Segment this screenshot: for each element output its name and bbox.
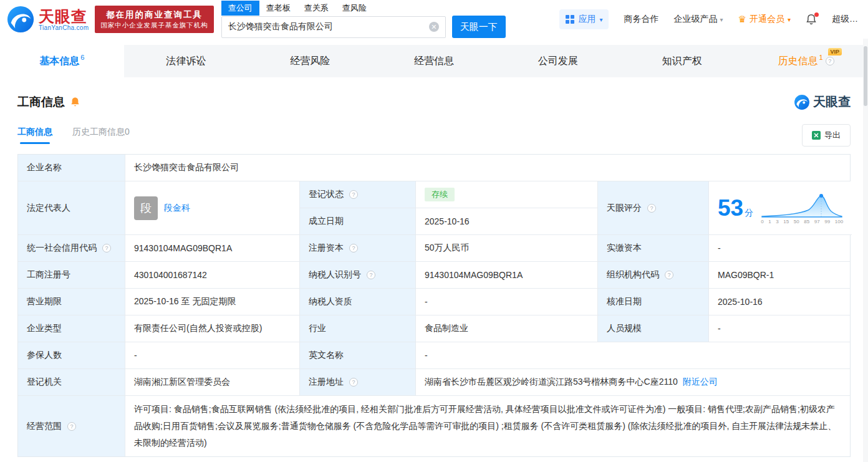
nav-vip-label: 开通会员 [750, 14, 784, 25]
help-icon[interactable]: ? [647, 204, 656, 213]
field-label-reg-capital: 注册资本 ? [300, 235, 416, 262]
business-info-table: 企业名称 长沙馋猫突击食品有限公司 法定代表人 段 段金科 登记状态 ? 存续 … [17, 154, 851, 457]
page-title: 工商信息 [17, 94, 65, 110]
search-box: ✕ [221, 16, 446, 38]
field-value-org-code: MAG09BQR-1 [709, 262, 850, 289]
help-icon[interactable]: ? [826, 57, 834, 65]
tianyancha-logo[interactable]: 天眼查 TianYanCha.com [6, 5, 89, 34]
nav-cooperation[interactable]: 商务合作 [624, 14, 658, 25]
help-icon[interactable]: ? [349, 190, 358, 199]
chevron-down-icon: ▾ [720, 16, 723, 23]
field-value-term: 2025-10-16 至 无固定期限 [125, 289, 300, 315]
field-value-reg-no: 430104001687142 [125, 262, 300, 289]
table-row: 登记机关 湖南湘江新区管理委员会 注册地址 ? 湖南省长沙市岳麓区观沙岭街道滨江… [18, 369, 850, 396]
nav-enterprise-label: 企业级产品 [673, 14, 717, 25]
notification-dot [814, 12, 819, 17]
tab-label: 基本信息 [39, 55, 79, 68]
field-value-establish-date: 2025-10-16 [416, 208, 598, 235]
help-icon[interactable]: ? [367, 271, 375, 279]
help-icon[interactable]: ? [102, 244, 111, 253]
tab-legal-proceedings[interactable]: 法律诉讼 [124, 45, 248, 77]
tab-history-info[interactable]: VIP 历史信息 1 ? [744, 45, 868, 77]
tab-company-development[interactable]: 公司发展 [496, 45, 620, 77]
tab-basic-info[interactable]: 基本信息 6 [0, 45, 124, 77]
subtab-business-info[interactable]: 工商信息 [17, 127, 52, 144]
corner-brand-logo: 天眼查 [794, 94, 851, 110]
field-label-paid-capital: 实缴资本 [598, 235, 709, 262]
tab-operation-risk[interactable]: 经营风险 [248, 45, 372, 77]
monitor-bell-icon[interactable] [70, 97, 80, 108]
field-label-insured: 参保人数 [18, 342, 125, 369]
status-badge: 存续 [425, 188, 455, 201]
vip-badge: VIP [828, 48, 842, 55]
score-number: 53 [718, 196, 743, 219]
score-axis-ticks: 0131550859799100 [761, 219, 843, 224]
search-tab-company[interactable]: 查公司 [221, 1, 259, 16]
nav-user[interactable]: 超级… [832, 14, 858, 25]
help-icon[interactable]: ? [67, 422, 76, 431]
address-text: 湖南省长沙市岳麓区观沙岭街道滨江路53号楷林商务中心C座2110 [425, 377, 678, 388]
table-row: 统一社会信用代码 ? 91430104MAG09BQR1A 注册资本 ? 50万… [18, 235, 850, 262]
logo-text: 天眼查 TianYanCha.com [39, 8, 89, 31]
score-value: 53 分 [718, 196, 753, 219]
field-value-scope: 许可项目: 食品销售;食品互联网销售 (依法须经批准的项目, 经相关部门批准后方… [125, 396, 850, 456]
field-value-address: 湖南省长沙市岳麓区观沙岭街道滨江路53号楷林商务中心C座2110 附近公司 [416, 369, 850, 396]
field-label-approval-date: 核准日期 [598, 289, 709, 315]
nav-open-vip[interactable]: ♛ 开通会员 ▾ [738, 14, 791, 25]
tab-label: 法律诉讼 [166, 55, 206, 68]
search-tab-boss[interactable]: 查老板 [259, 1, 297, 16]
search-tab-risk[interactable]: 查风险 [335, 1, 374, 16]
field-label-authority: 登记机关 [18, 369, 125, 396]
tab-label: 知识产权 [662, 55, 702, 68]
tab-operation-info[interactable]: 经营信息 [372, 45, 496, 77]
field-label-score: 天眼评分 ? [598, 181, 709, 235]
tab-intellectual-property[interactable]: 知识产权 [620, 45, 744, 77]
table-row: 营业期限 2025-10-16 至 无固定期限 纳税人资质 - 核准日期 202… [18, 289, 850, 315]
nav-apps-label: 应用 [578, 14, 596, 25]
field-label-company-type: 企业类型 [18, 315, 125, 342]
field-value-reg-status: 存续 [416, 181, 598, 208]
nearby-companies-link[interactable]: 附近公司 [683, 377, 718, 388]
page-scrollbar[interactable] [863, 39, 868, 462]
subtab-history-business-info[interactable]: 历史工商信息0 [72, 127, 130, 144]
help-icon[interactable]: ? [349, 378, 358, 387]
field-label-taxpayer-no: 纳税人识别号 ? [300, 262, 416, 289]
corner-brand-text: 天眼查 [813, 94, 851, 110]
brand-name: 天眼查 [39, 8, 89, 24]
chevron-down-icon: ▾ [788, 16, 791, 23]
tab-label: 历史信息 [778, 55, 818, 68]
label-text: 注册地址 [309, 377, 344, 388]
field-label-industry: 行业 [300, 315, 416, 342]
tab-label: 公司发展 [538, 55, 578, 68]
promo-line2: 国家中小企业发展子基金旗下机构 [100, 21, 208, 29]
field-label-term: 营业期限 [18, 289, 125, 315]
table-row: 企业名称 长沙馋猫突击食品有限公司 [18, 155, 850, 181]
legal-rep-avatar[interactable]: 段 [134, 196, 158, 220]
nav-enterprise[interactable]: 企业级产品 ▾ [673, 14, 723, 25]
field-label-legal-rep: 法定代表人 [18, 181, 125, 235]
notification-bell[interactable] [806, 14, 817, 26]
scrollbar-thumb[interactable] [864, 46, 867, 106]
search-button[interactable]: 天眼一下 [452, 16, 506, 38]
field-value-authority: 湖南湘江新区管理委员会 [125, 369, 300, 396]
tianyancha-logo-icon [6, 5, 35, 34]
help-icon[interactable]: ? [349, 244, 358, 253]
field-label-credit-code: 统一社会信用代码 ? [18, 235, 125, 262]
search-row: ✕ 天眼一下 [221, 16, 506, 38]
legal-rep-link[interactable]: 段金科 [164, 203, 190, 214]
help-icon[interactable]: ? [665, 271, 673, 279]
brand-domain: TianYanCha.com [39, 24, 89, 31]
chevron-down-icon: ▾ [599, 16, 602, 23]
clear-search-icon[interactable]: ✕ [429, 22, 439, 32]
field-value-legal-rep: 段 段金科 [125, 181, 300, 235]
promo-line1: 都在用的商业查询工具 [100, 9, 208, 21]
search-tab-relation[interactable]: 查关系 [297, 1, 335, 16]
promo-banner: 都在用的商业查询工具 国家中小企业发展子基金旗下机构 [95, 6, 214, 33]
table-row: 参保人数 - 英文名称 - [18, 342, 850, 369]
export-button[interactable]: 导出 [802, 124, 851, 147]
search-input[interactable] [222, 22, 429, 32]
field-label-staff-size: 人员规模 [598, 315, 709, 342]
nav-apps[interactable]: 应用 ▾ [559, 9, 609, 29]
tianyancha-logo-icon [794, 94, 810, 110]
tab-label: 经营风险 [290, 55, 330, 68]
